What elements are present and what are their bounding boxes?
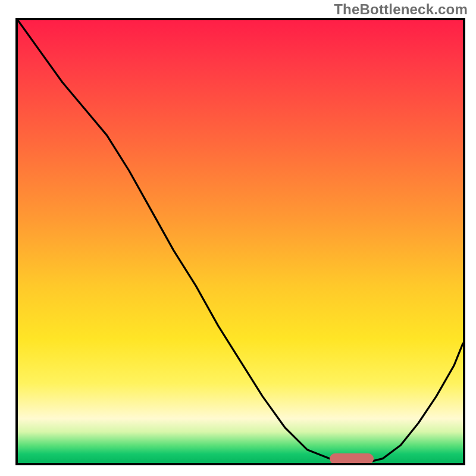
watermark-text: TheBottleneck.com bbox=[334, 1, 468, 18]
chart-container: TheBottleneck.com bbox=[0, 0, 476, 476]
curve-path bbox=[18, 20, 463, 463]
bottleneck-curve bbox=[18, 20, 463, 463]
optimal-range-marker bbox=[330, 453, 374, 464]
plot-area bbox=[15, 18, 465, 465]
